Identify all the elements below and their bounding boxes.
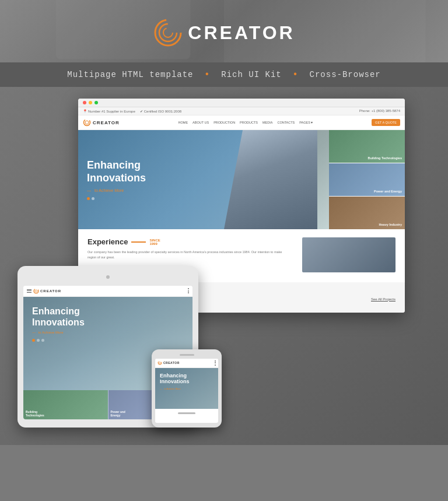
hero-text: Enhancing Innovations — to Achieve More (87, 159, 320, 199)
phone-hero-sub: — to Achieve More (160, 387, 214, 390)
tablet-camera (106, 275, 110, 279)
location-icon: 📍 (83, 109, 87, 113)
hero-card-power: Power and Energy (329, 163, 405, 196)
tablet-hero-dots (32, 339, 184, 342)
devices-left: CREATOR En (18, 266, 216, 428)
browser-bar (78, 99, 405, 107)
tablet-logo: CREATOR (33, 288, 61, 294)
tablet-menu-dots[interactable] (188, 288, 189, 293)
svg-point-4 (85, 121, 89, 124)
hero-title: Enhancing Innovations (87, 159, 320, 184)
svg-point-2 (163, 28, 173, 37)
browser-dot-red (83, 101, 86, 104)
site-hero: Enhancing Innovations — to Achieve More … (78, 130, 405, 229)
tablet-card-building: Building Technologies (23, 390, 108, 419)
dot1: • (198, 69, 216, 80)
dot-2[interactable] (92, 197, 94, 200)
header-section: CREATOR (0, 0, 448, 62)
phone-hero: Enhancing Innovations — to Achieve More (155, 368, 218, 409)
hamburger-icon[interactable] (27, 289, 32, 293)
tablet-hero-title: Enhancing Innovations (32, 306, 184, 328)
tablet-hero-text: Enhancing Innovations — to Achieve More (32, 306, 184, 342)
nav-contacts[interactable]: CONTACTS (277, 121, 295, 124)
phone-home-bar (178, 412, 195, 414)
site-nav-logo: CREATOR (83, 118, 120, 127)
logo-text: CREATOR (188, 22, 295, 44)
site-hero-right: Building Technologies Power and Energy H… (329, 130, 405, 229)
hero-card-2-label: Power and Energy (374, 190, 402, 193)
hero-card-1-label: Building Technologies (368, 156, 402, 160)
svg-point-1 (159, 24, 177, 41)
phone-screen: CREATOR Enhancing Innovations (155, 359, 218, 423)
svg-point-8 (159, 362, 161, 364)
svg-point-6 (35, 290, 37, 292)
tablet-dot-1[interactable] (32, 339, 35, 342)
browser-dot-yellow (89, 101, 92, 104)
nav-production[interactable]: PRODUCTION (214, 121, 235, 124)
phone-logo-text: CREATOR (163, 361, 180, 365)
tagline-part3: Cross-Browser (310, 70, 381, 79)
topbar-left: 📍 Number #1 Supplier in Europe ✔ Certifi… (83, 109, 181, 113)
svg-point-7 (158, 361, 162, 365)
phone-logo-icon (158, 360, 162, 365)
exp-description: Our company has been the leading provide… (88, 250, 290, 260)
hero-card-3-label: Heavy Industry (379, 223, 402, 226)
dot-1[interactable] (87, 197, 90, 200)
bottom-row: CREATOR En (18, 266, 430, 428)
topbar-phone: Phone: +1 (800) 385-5874 (359, 109, 400, 113)
svg-point-3 (84, 120, 90, 126)
topbar-supplier: 📍 Number #1 Supplier in Europe (83, 109, 135, 113)
hero-subtitle: — to Achieve More (87, 188, 320, 192)
tablet-card-2-label: Power and Energy (111, 410, 125, 417)
tablet-nav: CREATOR (23, 286, 192, 297)
tagline-bar: Multipage HTML template • Rich UI Kit • … (0, 62, 448, 87)
nav-home[interactable]: HOME (178, 121, 188, 124)
phone-mockup: CREATOR Enhancing Innovations (152, 349, 222, 428)
exp-title: Experience SINCE 1999 (88, 237, 290, 246)
hero-card-building: Building Technologies (329, 130, 405, 163)
check-icon: ✔ (140, 109, 143, 113)
site-topbar: 📍 Number #1 Supplier in Europe ✔ Certifi… (78, 107, 405, 115)
site-hero-left: Enhancing Innovations — to Achieve More (78, 130, 329, 229)
nav-pages[interactable]: PAGES ▾ (299, 121, 313, 124)
logo-icon (153, 17, 183, 48)
tagline-part2: Rich UI Kit (221, 70, 281, 79)
phone-hero-title: Enhancing Innovations (160, 373, 214, 386)
site-nav-links: HOME ABOUT US PRODUCTION PRODUCTS MEDIA … (178, 121, 313, 124)
topbar-certified: ✔ Certified ISO 9001:2008 (140, 109, 181, 113)
main-content: 📍 Number #1 Supplier in Europe ✔ Certifi… (0, 87, 448, 445)
hero-dots (87, 197, 320, 200)
tablet-dot-2[interactable] (37, 339, 40, 342)
tablet-dot-3[interactable] (41, 339, 44, 342)
phone-speaker (180, 354, 194, 356)
tagline-part1: Multipage HTML template (67, 70, 193, 79)
phone-menu-dots[interactable] (215, 360, 216, 366)
tablet-card-1-label: Building Technologies (26, 410, 44, 417)
tablet-logo-icon (33, 288, 39, 294)
site-nav-logo-text: CREATOR (93, 120, 120, 125)
logo-container: CREATOR (153, 17, 295, 48)
site-logo-icon (83, 118, 91, 127)
exp-since: SINCE 1999 (149, 239, 160, 246)
tablet-nav-left: CREATOR (27, 288, 61, 294)
tablet-logo-text: CREATOR (40, 289, 61, 293)
exp-line (131, 241, 146, 243)
svg-point-5 (34, 289, 38, 293)
phone-logo: CREATOR (158, 360, 180, 365)
browser-dot-green (94, 101, 98, 104)
dot2: • (286, 69, 305, 80)
site-cta-button[interactable]: GET A QUOTE (372, 119, 400, 126)
nav-media[interactable]: MEDIA (262, 121, 272, 124)
nav-about[interactable]: ABOUT US (192, 121, 209, 124)
tablet-hero-sub: — to Achieve More (32, 331, 184, 334)
hero-card-industry: Heavy Industry (329, 197, 405, 229)
phone-nav: CREATOR (155, 359, 218, 368)
nav-products[interactable]: PRODUCTS (240, 121, 258, 124)
site-navbar: CREATOR HOME ABOUT US PRODUCTION PRODUCT… (78, 115, 405, 130)
devices-right-spacer (216, 266, 430, 428)
